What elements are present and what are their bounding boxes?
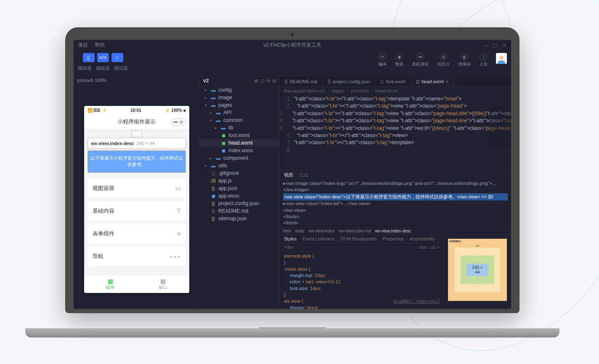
breadcrumb-segment[interactable]: common — [351, 88, 368, 93]
styles-panel: StylesEvent ListenersDOM BreakpointsProp… — [280, 234, 511, 309]
inspect-tooltip: wx-view.index-desc240 × 44 — [87, 138, 186, 149]
css-property[interactable]: display: block; — [284, 305, 440, 309]
css-selector[interactable]: element.style { — [284, 253, 440, 259]
toolbar-action-button[interactable]: ⊞切后台 — [437, 53, 450, 67]
file-node[interactable]: {}app.json — [200, 185, 279, 192]
dom-path-segment[interactable]: body — [295, 229, 305, 233]
laptop-base — [25, 328, 559, 338]
breadcrumb[interactable]: fino-applet-demo-v2›pages›common›head.wx… — [280, 87, 511, 95]
maximize-icon[interactable]: ▢ — [493, 42, 498, 48]
styles-tab[interactable]: Accessibility — [410, 236, 435, 241]
css-property[interactable]: font-size: 14px; — [284, 285, 440, 292]
file-node[interactable]: {}project.config.json — [200, 200, 279, 207]
styles-hov[interactable]: :hov .cls + — [419, 245, 440, 250]
status-right: ⚡ 100% ■ — [165, 108, 186, 113]
new-file-icon[interactable]: ⊞ — [254, 79, 258, 83]
window-title: v2-FinClip小程序开发工具 — [263, 42, 321, 49]
toolbar-action-button[interactable]: 🗑清缓存 — [458, 53, 471, 67]
avatar[interactable] — [496, 53, 507, 64]
device-label[interactable]: iphone6 100% — [74, 76, 199, 85]
minimap[interactable] — [490, 106, 511, 148]
mode-debugger-button[interactable]: ⎍ — [111, 53, 123, 62]
css-selector[interactable]: wx-view {localfile:/…index.css:2 — [284, 298, 440, 304]
project-root[interactable]: v2 — [203, 78, 209, 84]
toolbar-action-button[interactable]: ◉预览 — [395, 53, 403, 67]
editor-pane: {}README.md{}project.config.json◻foot.wx… — [280, 76, 511, 309]
devtools-tab[interactable]: 日志 — [299, 172, 308, 178]
dom-path-segment[interactable]: wx-view.index-hd — [339, 229, 371, 233]
styles-tab[interactable]: Event Listeners — [302, 236, 334, 241]
toolbar-action-button[interactable]: ⤴上传 — [479, 53, 488, 67]
collapse-icon[interactable]: ⊟ — [273, 79, 276, 83]
styles-tab[interactable]: Properties — [383, 236, 404, 241]
file-node[interactable]: ◻.gitignore — [200, 169, 279, 177]
dom-node[interactable]: <wx-view class="index-desc">以下将展示小程序官方组件… — [283, 193, 508, 200]
capsule-button[interactable]: •••⊙ — [170, 119, 186, 126]
highlighted-element[interactable]: 以下将展示小程序官方组件能力，组件样式仅供参考。 — [87, 150, 186, 173]
folder-node[interactable]: ▸▬component — [200, 154, 279, 162]
folder-node[interactable]: ▸▬image — [200, 94, 279, 101]
toolbar: ▯ </> ⎍ 模拟器 编辑器 调试器 ⟳编译◉预览⇆真机调试⊞切后台🗑清缓存⤴… — [74, 50, 511, 76]
toolbar-action-button[interactable]: ⇆真机调试 — [412, 53, 429, 67]
phone-tab[interactable]: ▦组件 — [84, 275, 137, 293]
breadcrumb-segment[interactable]: pages — [332, 88, 345, 93]
mode-simulator-button[interactable]: ▯ — [83, 53, 95, 62]
css-property[interactable]: color: ▪ var(--weui-FG-1); — [284, 279, 440, 285]
mode-editor-button[interactable]: </> — [97, 53, 109, 62]
editor-tab[interactable]: {}README.md — [280, 76, 323, 87]
mode-label: 模拟器 — [78, 65, 92, 71]
status-time: 10:01 — [130, 108, 141, 113]
menu-help[interactable]: 帮助 — [95, 42, 105, 49]
dom-node[interactable]: ▸<wx-image class="index-logo" src="../re… — [283, 180, 508, 193]
menu-project[interactable]: 项目 — [78, 42, 88, 49]
menubar: 项目 帮助 v2-FinClip小程序开发工具 — ▢ ✕ — [74, 40, 511, 50]
tab-overflow-icon[interactable]: ⋯ — [454, 76, 465, 87]
minimize-icon[interactable]: — — [483, 42, 488, 48]
mode-label: 调试器 — [114, 65, 128, 71]
folder-node[interactable]: ▾▬pages — [200, 101, 279, 109]
folder-node[interactable]: ▸▬config — [200, 86, 279, 94]
file-node[interactable]: ◼foot.wxml — [200, 132, 279, 139]
close-icon[interactable]: ✕ — [502, 42, 507, 48]
dom-node[interactable]: </body> — [283, 214, 508, 220]
editor-tab[interactable]: ◻head.wxml× — [411, 76, 454, 87]
demo-menu-item[interactable]: 基础内容𝕋 — [87, 201, 186, 221]
simulator-pane: iphone6 100% 📶 IDE ⚡ 10:01 ⚡ 100% ■ 小程序组… — [74, 76, 200, 309]
dom-path-segment[interactable]: html — [283, 229, 291, 233]
file-node[interactable]: ◼index.wxss — [200, 147, 279, 154]
code-editor[interactable]: 1"t-attr">class="t-br"><"t-attr">class="… — [280, 95, 511, 170]
file-node[interactable]: ◼head.wxml — [200, 139, 279, 147]
mode-label: 编辑器 — [96, 65, 110, 71]
editor-tab[interactable]: {}project.config.json — [323, 76, 375, 87]
folder-node[interactable]: ▾▬common — [200, 116, 279, 124]
devtools-tab[interactable]: 视图 — [284, 172, 293, 178]
file-node[interactable]: {}sitemap.json — [200, 215, 279, 222]
styles-tab[interactable]: DOM Breakpoints — [340, 236, 377, 241]
laptop-frame: 项目 帮助 v2-FinClip小程序开发工具 — ▢ ✕ ▯ </> ⎍ — [65, 27, 519, 330]
refresh-icon[interactable]: ⟳ — [267, 79, 270, 83]
file-node[interactable]: JSapp.js — [200, 177, 279, 185]
css-property[interactable]: margin-top: 10px; — [284, 272, 440, 279]
folder-node[interactable]: ▸▬API — [200, 109, 279, 116]
dom-node[interactable]: ▸<wx-view class="index-bd">…</wx-view> — [283, 200, 508, 207]
new-folder-icon[interactable]: ▢ — [260, 79, 264, 83]
toolbar-action-button[interactable]: ⟳编译 — [378, 53, 387, 67]
dom-path-segment[interactable]: wx-view.index — [309, 229, 335, 233]
demo-menu-item[interactable]: 视图容器▭ — [87, 179, 186, 198]
file-node[interactable]: {}README.md — [200, 207, 279, 215]
demo-menu-item[interactable]: 表单组件≡ — [87, 224, 186, 243]
breadcrumb-segment[interactable]: head.wxml — [375, 88, 398, 93]
dom-node[interactable]: </wx-view> — [283, 207, 508, 214]
file-node[interactable]: ◼app.wxss — [200, 192, 279, 200]
css-selector[interactable]: .index-desc {</span> — [284, 266, 440, 272]
styles-tab[interactable]: Styles — [284, 236, 297, 241]
styles-filter[interactable]: Filter — [284, 245, 294, 250]
editor-tab[interactable]: ◻foot.wxml — [375, 76, 411, 87]
breadcrumb-segment[interactable]: fino-applet-demo-v2 — [284, 88, 325, 93]
dom-node[interactable]: </html> — [283, 220, 508, 226]
dom-path-segment[interactable]: wx-view.index-desc — [375, 229, 411, 233]
folder-node[interactable]: ▸▬utils — [200, 162, 279, 169]
folder-node[interactable]: ▸▬lib — [200, 124, 279, 132]
demo-menu-item[interactable]: 导航∘∘∘ — [87, 247, 186, 266]
phone-tab[interactable]: ▦接口 — [137, 275, 189, 293]
